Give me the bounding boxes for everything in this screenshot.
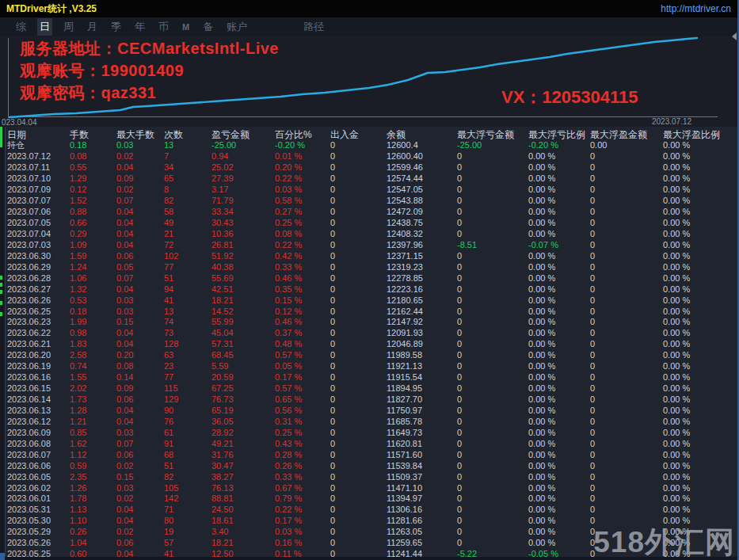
table-row[interactable]: 2023.06.220.980.047345.040.37 %012091.93… xyxy=(5,328,739,339)
cell-date: 2023.07.06 xyxy=(5,208,70,216)
cell-date: 2023.07.04 xyxy=(5,230,70,238)
cell-max-float-loss: 0 xyxy=(457,417,528,426)
cell-max-float-loss-pct: 0.00 % xyxy=(528,152,590,161)
cell-balance: 11571.60 xyxy=(387,451,457,459)
cell-max-float-loss-pct: 0.00 % xyxy=(528,219,590,227)
table-row[interactable]: 2023.06.271.320.049442.510.35 %012223.16… xyxy=(5,284,739,295)
table-row[interactable]: 2023.06.161.550.147720.590.17 %011915.54… xyxy=(5,372,739,383)
cell-max-float-loss-pct: 0.00 % xyxy=(528,473,590,482)
menu-tab-1[interactable]: 综 xyxy=(13,18,29,36)
table-row[interactable]: 2023.06.211.830.0412857.310.48 %012046.8… xyxy=(5,339,739,350)
cell-inout: 0 xyxy=(330,263,387,272)
cell-max-float-loss: 0 xyxy=(457,318,528,326)
cell-inout: 0 xyxy=(330,528,387,536)
table-row[interactable]: 2023.06.071.120.066831.760.28 %011571.60… xyxy=(5,449,739,460)
table-row[interactable]: 2023.07.120.080.0270.940.01 %012600.4000… xyxy=(5,151,739,162)
table-row[interactable]: 2023.06.021.260.0310576.130.67 %011471.1… xyxy=(5,482,739,493)
table-row[interactable]: 2023.06.060.590.025130.470.26 %011539.84… xyxy=(5,460,739,471)
cell-trades: 128 xyxy=(164,340,211,349)
cell-pct: 0.22 % xyxy=(275,174,330,183)
cell-trades: 57 xyxy=(164,539,211,547)
menu-tab-11[interactable]: 路径 xyxy=(301,18,326,36)
cell-max-lots: 0.03 xyxy=(116,141,164,150)
table-row[interactable]: 2023.06.121.210.047636.050.31 %011685.78… xyxy=(5,416,739,427)
table-row[interactable]: 2023.06.090.850.036128.920.25 %011649.73… xyxy=(5,427,739,438)
rail-green-bar xyxy=(0,127,2,147)
cell-lots: 1.55 xyxy=(70,373,116,382)
table-row[interactable]: 2023.06.260.530.034118.210.15 %012180.65… xyxy=(5,295,739,306)
cell-date: 2023.05.29 xyxy=(5,528,70,536)
table-row[interactable]: 2023.05.301.100.048018.610.17 %011281.66… xyxy=(5,516,739,527)
cell-max-float-loss: 0 xyxy=(457,196,528,205)
table-row[interactable]: 2023.07.050.660.044930.430.25 %012438.75… xyxy=(5,218,739,229)
table-row[interactable]: 2023.07.031.090.047226.810.22 %012397.96… xyxy=(5,239,739,250)
table-row[interactable]: 2023.07.060.880.045833.340.27 %012472.09… xyxy=(5,207,739,218)
cell-balance: 12319.23 xyxy=(387,263,457,272)
cell-lots: 1.78 xyxy=(70,494,116,503)
cell-max-float-loss-pct: -0.20 % xyxy=(528,141,590,150)
menu-tab-10[interactable]: 账户 xyxy=(224,18,250,36)
cell-max-lots: 0.09 xyxy=(116,174,164,183)
cell-date: 2023.06.16 xyxy=(5,373,70,382)
cell-date: 2023.06.22 xyxy=(5,329,70,337)
table-row-holding[interactable]: 持仓0.180.0313-25.00-0.20 %012600.4-25.00-… xyxy=(5,140,739,151)
cell-max-float-loss: 0 xyxy=(457,230,528,238)
table-row[interactable]: 2023.06.202.580.206368.450.57 %011989.58… xyxy=(5,350,739,361)
splitter-arrow-icon[interactable] xyxy=(732,32,737,40)
table-row[interactable]: 2023.06.250.180.031314.520.12 %012162.44… xyxy=(5,306,739,317)
table-row[interactable]: 2023.06.291.240.057740.380.33 %012319.23… xyxy=(5,261,739,272)
menu-tab-2[interactable]: 日 xyxy=(37,18,52,36)
cell-max-float-loss-pct: 0.00 % xyxy=(528,395,590,404)
table-row[interactable]: 2023.07.110.550.043425.020.20 %012599.46… xyxy=(5,162,739,173)
header-trades: 次数 xyxy=(164,130,211,139)
menu-tab-6[interactable]: 年 xyxy=(132,18,147,36)
table-row[interactable]: 2023.07.090.120.0283.170.03 %012547.0500… xyxy=(5,185,739,196)
cell-max-float-loss-pct: 0.00 % xyxy=(528,196,590,205)
cell-inout: 0 xyxy=(330,473,387,482)
table-row[interactable]: 2023.06.231.990.157455.990.46 %012147.92… xyxy=(5,317,739,328)
cell-pct: 0.31 % xyxy=(275,417,330,426)
table-row[interactable]: 2023.05.311.130.047124.500.22 %011306.16… xyxy=(5,505,739,516)
cell-max-float-profit: 0 xyxy=(590,329,663,337)
table-row[interactable]: 2023.06.081.620.079149.210.43 %011620.81… xyxy=(5,438,739,449)
cell-max-float-profit: 0 xyxy=(590,384,663,393)
table-row[interactable]: 2023.06.011.780.0214288.810.79 %011394.9… xyxy=(5,493,739,505)
table-row[interactable]: 2023.07.040.290.042110.360.08 %012408.32… xyxy=(5,229,739,240)
cell-balance: 11894.95 xyxy=(387,384,457,393)
cell-max-float-loss: 0 xyxy=(457,484,528,493)
menu-tab-9[interactable]: 备 xyxy=(200,18,215,36)
menu-tab-5[interactable]: 季 xyxy=(109,18,124,36)
cell-trades: 71 xyxy=(164,505,211,514)
cell-max-float-profit: 0 xyxy=(590,362,663,371)
cell-date: 2023.06.06 xyxy=(5,462,70,470)
table-row[interactable]: 2023.06.141.730.0612976.730.65 %011827.7… xyxy=(5,394,739,406)
menu-tab-3[interactable]: 周 xyxy=(61,18,76,36)
table-row[interactable]: 2023.06.131.280.049065.190.56 %011750.97… xyxy=(5,406,739,417)
cell-date: 2023.06.14 xyxy=(5,395,70,404)
table-row[interactable]: 2023.05.290.260.02193.400.03 %011263.050… xyxy=(5,527,739,538)
table-row[interactable]: 2023.06.152.020.0911567.250.57 %011894.9… xyxy=(5,383,739,394)
table-row[interactable]: 2023.06.281.060.075155.690.46 %012278.85… xyxy=(5,272,739,284)
header-date: 日期 xyxy=(5,130,70,139)
cell-trades: 129 xyxy=(164,395,211,404)
table-row[interactable]: 2023.06.301.590.0610251.920.42 %012371.1… xyxy=(5,250,739,261)
cell-inout: 0 xyxy=(330,494,387,503)
cell-balance: 12543.88 xyxy=(387,196,457,205)
vendor-url[interactable]: http://mtdriver.cn xyxy=(661,3,731,14)
cell-max-float-loss-pct: 0.00 % xyxy=(528,417,590,426)
cell-inout: 0 xyxy=(330,252,387,261)
table-row[interactable]: 2023.06.052.350.158238.270.33 %011509.37… xyxy=(5,471,739,482)
menu-tab-7[interactable]: 币 xyxy=(156,18,171,36)
table-row[interactable]: 2023.06.190.740.08235.590.05 %011921.130… xyxy=(5,361,739,372)
cell-trades: 82 xyxy=(164,473,211,482)
cell-max-float-loss: 0 xyxy=(457,362,528,371)
cell-lots: 0.26 xyxy=(70,528,116,536)
table-row[interactable]: 2023.07.071.520.078271.790.58 %012543.88… xyxy=(5,196,739,207)
cell-max-float-loss-pct: 0.00 % xyxy=(528,373,590,382)
cell-inout: 0 xyxy=(330,362,387,371)
chart-end-date: 2023.07.12 xyxy=(652,117,691,126)
table-row[interactable]: 2023.07.101.290.096527.390.22 %012574.44… xyxy=(5,173,739,185)
menu-tab-4[interactable]: 月 xyxy=(85,18,100,36)
menu-tab-8[interactable]: M xyxy=(180,21,192,33)
table-row[interactable]: 2023.05.261.040.065718.210.16 %011259.65… xyxy=(5,538,739,549)
